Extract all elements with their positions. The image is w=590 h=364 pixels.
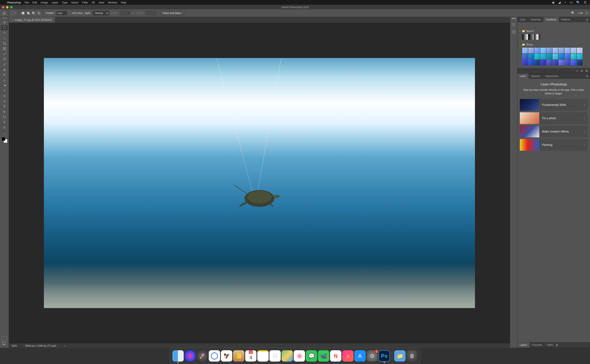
dock-system-preferences[interactable]: ⚙1 xyxy=(367,350,378,362)
menu-select[interactable]: Select xyxy=(71,1,79,4)
window-close-button[interactable] xyxy=(2,6,4,8)
dock-finder[interactable] xyxy=(172,350,184,362)
gradient-swatch[interactable] xyxy=(528,54,534,59)
gradient-swatch[interactable] xyxy=(528,48,534,53)
gradient-swatch[interactable] xyxy=(540,48,546,53)
zoom-tool[interactable] xyxy=(1,125,8,130)
menu-image[interactable]: Image xyxy=(41,1,48,4)
search-icon[interactable]: 🔍 xyxy=(571,11,575,15)
learn-card-fundamental[interactable]: Fundamental Skills› xyxy=(520,99,588,111)
airdrop-icon[interactable]: ⌁ xyxy=(564,1,566,4)
gradient-swatch[interactable] xyxy=(534,48,540,53)
gradient-swatch[interactable] xyxy=(559,48,564,53)
dock-photos[interactable]: 🌸 xyxy=(294,350,305,362)
foreground-color-swatch[interactable] xyxy=(2,137,5,141)
gradient-swatch[interactable] xyxy=(534,60,540,65)
current-tool-icon[interactable]: ▾ xyxy=(11,11,16,16)
tab-adjustments[interactable]: Adjustments xyxy=(543,73,561,79)
gradient-swatch[interactable] xyxy=(547,60,552,65)
crop-tool[interactable] xyxy=(1,41,8,46)
document-tab[interactable]: × Image_27.jpg @ 50% (RGB/8#) xyxy=(9,17,55,23)
toolbox-handle[interactable] xyxy=(1,18,7,20)
display-icon[interactable]: ▭ xyxy=(570,1,573,4)
lasso-tool[interactable] xyxy=(1,30,8,36)
gradient-swatch[interactable] xyxy=(540,54,546,59)
gradient-swatch[interactable] xyxy=(522,34,528,40)
history-brush-tool[interactable] xyxy=(1,72,8,78)
tab-layers[interactable]: Layers xyxy=(517,342,530,348)
marquee-tool[interactable] xyxy=(1,25,8,30)
menu-3d[interactable]: 3D xyxy=(92,1,95,4)
gradient-swatch[interactable] xyxy=(534,34,540,40)
tab-libraries[interactable]: Libraries xyxy=(529,73,543,79)
folder-header[interactable]: ⌄📁Basics xyxy=(519,29,588,33)
dock-reminders[interactable]: ☑ xyxy=(270,350,281,362)
intersect-selection-button[interactable] xyxy=(36,11,41,15)
style-select[interactable]: Normal xyxy=(93,11,109,15)
gradient-swatch[interactable] xyxy=(577,60,583,65)
gradient-swatch[interactable] xyxy=(553,48,558,53)
workspace-switcher-icon[interactable]: ▭▾ xyxy=(578,11,583,15)
type-tool[interactable] xyxy=(1,104,8,109)
status-chevron-icon[interactable]: › xyxy=(64,344,65,347)
gradient-swatch[interactable] xyxy=(565,48,570,53)
menu-filter[interactable]: Filter xyxy=(82,1,88,4)
add-selection-button[interactable] xyxy=(26,11,31,15)
learn-card-painting[interactable]: Painting› xyxy=(520,139,588,151)
tab-channels[interactable]: Channels xyxy=(530,342,545,348)
stamp-tool[interactable] xyxy=(1,67,8,72)
eyedropper-tool[interactable] xyxy=(1,51,8,57)
gradient-swatch[interactable] xyxy=(577,54,583,59)
brush-tool[interactable] xyxy=(1,62,8,67)
gradient-swatch[interactable] xyxy=(528,60,534,65)
folder-new-icon[interactable]: ▭ xyxy=(576,69,578,72)
dock-siri[interactable] xyxy=(185,350,196,362)
gradients-search[interactable] xyxy=(517,22,590,28)
menu-help[interactable]: Help xyxy=(121,1,126,4)
share-icon[interactable]: ⇧ xyxy=(585,11,588,15)
gradient-swatch[interactable] xyxy=(565,60,570,65)
home-button[interactable] xyxy=(2,11,7,15)
glyphs-panel-icon[interactable] xyxy=(511,28,517,36)
gradient-swatch[interactable] xyxy=(522,48,528,53)
eraser-tool[interactable] xyxy=(1,78,8,83)
gradient-swatch[interactable] xyxy=(553,60,558,65)
dock-facetime[interactable]: 📹 xyxy=(318,350,329,362)
dock-news[interactable]: N xyxy=(330,350,342,362)
menu-type[interactable]: Type xyxy=(62,1,67,4)
tab-color[interactable]: Color xyxy=(517,17,528,22)
menu-window[interactable]: Window xyxy=(108,1,117,4)
gradient-swatch[interactable] xyxy=(571,60,577,65)
panel-menu-icon[interactable]: ☰ xyxy=(584,18,590,21)
add-new-icon[interactable]: ⊞ xyxy=(581,69,583,72)
panel-menu-icon[interactable]: ☰ xyxy=(584,75,590,78)
dock-contacts[interactable]: 📒 xyxy=(233,350,245,362)
gradient-swatch[interactable] xyxy=(528,34,534,40)
dock-launchpad[interactable]: 🚀 xyxy=(197,350,208,362)
dock-appstore[interactable]: A xyxy=(354,350,366,362)
cc-icon[interactable]: ◉ xyxy=(552,1,555,4)
gradient-swatch[interactable] xyxy=(559,60,564,65)
hand-tool[interactable] xyxy=(1,120,8,125)
learn-card-fix[interactable]: Fix a photo› xyxy=(520,112,588,124)
dock-music[interactable]: ♪ xyxy=(342,350,354,362)
screen-mode-toggle[interactable] xyxy=(2,342,7,347)
frame-tool[interactable] xyxy=(1,46,8,51)
feather-input[interactable] xyxy=(57,11,67,15)
gradient-swatch[interactable] xyxy=(553,54,558,59)
gradient-tool[interactable] xyxy=(1,83,8,88)
paragraph-panel-icon[interactable] xyxy=(511,21,517,28)
trash-icon[interactable]: 🗑 xyxy=(585,69,588,72)
dock-notes[interactable] xyxy=(257,350,269,362)
move-tool[interactable] xyxy=(1,20,8,25)
window-maximize-button[interactable] xyxy=(10,6,13,8)
spotlight-icon[interactable]: 🔍 xyxy=(576,1,580,4)
gradient-swatch[interactable] xyxy=(571,48,577,53)
dock-messages[interactable]: 💬 xyxy=(306,350,317,362)
quick-select-tool[interactable] xyxy=(1,36,8,41)
folder-header[interactable]: ⌄📁Blues xyxy=(519,42,588,47)
select-and-mask-button[interactable]: Select and Mask... xyxy=(160,11,185,16)
quick-mask-toggle[interactable] xyxy=(2,336,7,341)
dock-calendar[interactable]: NOV4 xyxy=(245,350,257,362)
tab-paths[interactable]: Paths xyxy=(545,342,556,348)
